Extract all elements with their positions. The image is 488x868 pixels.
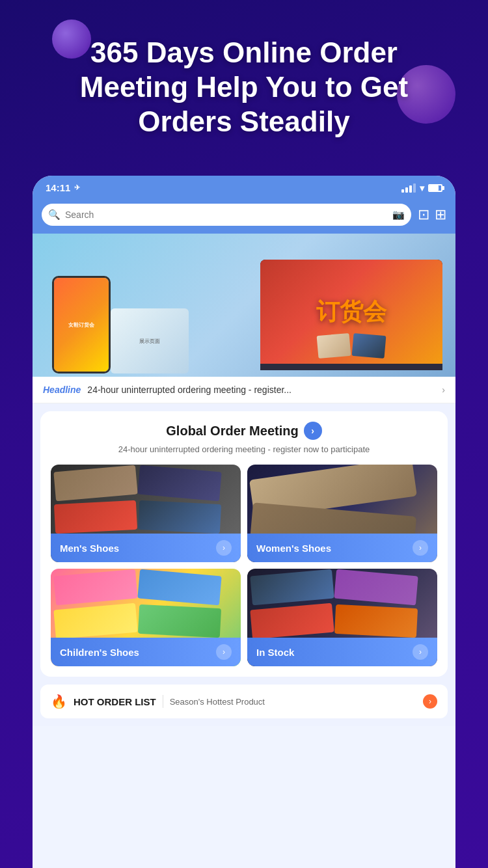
main-content: Global Order Meeting › 24-hour uninterru… — [33, 403, 455, 726]
hot-subtitle: Season's Hottest Product — [170, 697, 416, 707]
shoe-thumb — [53, 603, 137, 640]
card-subtitle: 24-hour uninterrupted ordering meeting -… — [51, 444, 437, 455]
hot-list-arrow[interactable]: › — [423, 694, 437, 709]
card-arrow-icon: › — [311, 426, 314, 436]
order-meeting-card: Global Order Meeting › 24-hour uninterru… — [40, 411, 448, 677]
card-title: Global Order Meeting — [166, 424, 298, 439]
shoe-thumb — [334, 569, 418, 606]
category-childrens-shoes[interactable]: Children's Shoes › — [51, 569, 241, 666]
childrens-shoes-arrow: › — [216, 644, 232, 660]
shoe-thumb — [53, 465, 137, 502]
in-stock-images — [247, 569, 437, 642]
mens-shoes-images — [51, 465, 241, 538]
shoe-thumb — [138, 500, 221, 534]
card-title-icon[interactable]: › — [304, 422, 322, 440]
shoe-thumb — [250, 603, 334, 640]
search-bar-container: 🔍 📷 ⊡ ⊞ — [33, 198, 455, 234]
womens-shoes-images — [247, 465, 437, 538]
hot-order-list-bar[interactable]: 🔥 HOT ORDER LIST Season's Hottest Produc… — [40, 685, 448, 718]
shoe-thumb — [137, 569, 221, 606]
camera-icon[interactable]: 📷 — [392, 209, 405, 221]
shoe-thumb — [250, 569, 334, 606]
divider — [163, 695, 163, 708]
mens-shoes-label-bar: Men's Shoes › — [51, 534, 241, 562]
headline-text: 24-hour uninterrupted ordering meeting -… — [87, 385, 435, 395]
location-icon: ✈ — [74, 183, 80, 192]
laptop-base — [260, 364, 442, 370]
shoe-thumb — [138, 604, 221, 638]
banner-laptop-device: 订货会 — [260, 260, 442, 370]
mens-shoes-label: Men's Shoes — [60, 543, 119, 554]
banner-area[interactable]: 女鞋订货会 展示页面 订货会 — [33, 234, 455, 377]
headline-bar[interactable]: Headline 24-hour uninterrupted ordering … — [33, 377, 455, 403]
qr-scan-icon[interactable]: ⊡ — [418, 206, 429, 223]
category-mens-shoes[interactable]: Men's Shoes › — [51, 465, 241, 562]
hero-title: 365 Days Online Order Meeting Help You t… — [0, 36, 488, 139]
womens-shoes-label-bar: Women's Shoes › — [247, 534, 437, 562]
category-grid: Men's Shoes › Women' — [51, 465, 437, 666]
shoe-thumb — [250, 503, 416, 538]
mens-shoes-arrow: › — [216, 540, 232, 556]
shoe-thumb — [54, 500, 137, 534]
search-icon: 🔍 — [48, 209, 61, 221]
time-display: 14:11 — [46, 182, 70, 193]
womens-shoes-arrow: › — [413, 540, 428, 556]
laptop-screen-text: 订货会 — [316, 296, 386, 328]
childrens-shoes-label-bar: Children's Shoes › — [51, 638, 241, 666]
banner-content: 女鞋订货会 展示页面 订货会 — [33, 234, 455, 377]
in-stock-arrow: › — [413, 644, 428, 660]
phone-screen: 女鞋订货会 — [54, 278, 109, 372]
hot-order-label: HOT ORDER LIST — [74, 696, 156, 707]
status-bar: 14:11 ✈ ▾ — [33, 176, 455, 198]
category-womens-shoes[interactable]: Women's Shoes › — [247, 465, 437, 562]
search-icons-right: ⊡ ⊞ — [418, 206, 446, 223]
banner-tablet-device: 展示页面 — [111, 308, 189, 373]
expand-icon[interactable]: ⊞ — [435, 206, 446, 223]
search-input[interactable] — [42, 204, 411, 226]
wifi-icon: ▾ — [420, 183, 424, 193]
banner-phone-device: 女鞋订货会 — [52, 276, 111, 373]
battery-icon — [428, 184, 442, 192]
womens-shoes-label: Women's Shoes — [256, 543, 331, 554]
phone-mockup: 14:11 ✈ ▾ 🔍 📷 ⊡ ⊞ — [33, 176, 455, 868]
signal-icon — [401, 183, 416, 193]
shoe-thumb — [53, 569, 137, 606]
childrens-shoes-label: Children's Shoes — [60, 647, 139, 658]
childrens-shoes-images — [51, 569, 241, 642]
laptop-screen: 订货会 — [260, 260, 442, 364]
category-in-stock[interactable]: In Stock › — [247, 569, 437, 666]
card-header: Global Order Meeting › — [51, 422, 437, 440]
shoe-thumb — [334, 604, 418, 638]
in-stock-label-bar: In Stock › — [247, 638, 437, 666]
in-stock-label: In Stock — [256, 647, 294, 658]
search-wrapper: 🔍 📷 — [42, 204, 411, 226]
tablet-screen: 展示页面 — [111, 308, 189, 373]
headline-arrow: › — [442, 385, 445, 395]
fire-icon: 🔥 — [51, 694, 67, 709]
headline-label: Headline — [43, 385, 81, 395]
shoe-thumb — [137, 465, 221, 502]
